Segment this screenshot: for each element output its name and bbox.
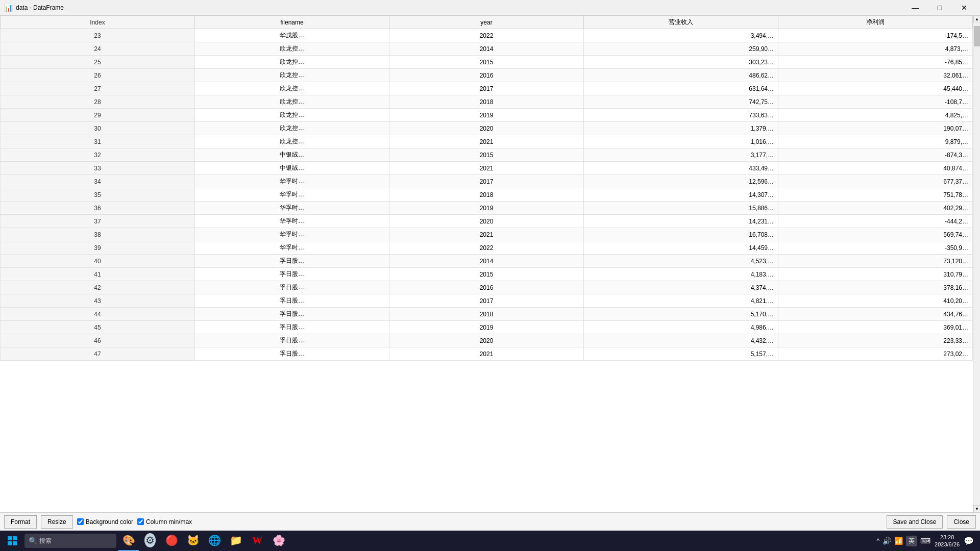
cell-year: 2017 xyxy=(389,175,584,188)
cell-filename: 中银绒… xyxy=(195,148,389,162)
search-input[interactable] xyxy=(39,537,101,544)
cell-filename: 孚日股… xyxy=(195,321,389,334)
cell-year: 2017 xyxy=(389,82,584,95)
table-row: 36 华孚时… 2019 15,886… 402,29… xyxy=(1,202,973,215)
titlebar: 📊 data - DataFrame — □ ✕ xyxy=(0,0,980,15)
cell-year: 2015 xyxy=(389,268,584,281)
scroll-down-arrow[interactable]: ▼ xyxy=(973,505,980,512)
cell-revenue: 4,523,… xyxy=(584,255,778,268)
cell-filename: 华孚时… xyxy=(195,241,389,255)
cell-index: 29 xyxy=(1,109,195,122)
cell-revenue: 4,374,… xyxy=(584,281,778,294)
save-close-button[interactable]: Save and Close xyxy=(887,515,943,529)
cell-index: 35 xyxy=(1,188,195,202)
cell-index: 28 xyxy=(1,95,195,109)
cell-year: 2014 xyxy=(389,255,584,268)
chevron-up-icon[interactable]: ^ xyxy=(876,537,879,544)
taskbar-app-colorpicker[interactable]: 🎨 xyxy=(118,531,139,551)
close-window-button[interactable]: ✕ xyxy=(952,0,976,15)
language-indicator[interactable]: 英 xyxy=(906,536,917,546)
minimize-button[interactable]: — xyxy=(903,0,927,15)
volume-icon[interactable]: 🔊 xyxy=(883,537,891,545)
column-minmax-checkbox[interactable] xyxy=(137,518,144,525)
cell-profit: 378,16… xyxy=(778,281,973,294)
search-bar[interactable]: 🔍 xyxy=(24,534,116,548)
clock-date: 2023/6/26 xyxy=(935,541,960,548)
cell-revenue: 16,708… xyxy=(584,228,778,241)
table-wrapper[interactable]: Index filename year 营业收入 净利润 23 华戊股… 202… xyxy=(0,15,973,512)
cell-index: 42 xyxy=(1,281,195,294)
cell-revenue: 12,596… xyxy=(584,175,778,188)
col-header-profit: 净利润 xyxy=(778,16,973,29)
cell-revenue: 4,183,… xyxy=(584,268,778,281)
format-button[interactable]: Format xyxy=(4,515,37,529)
keyboard-icon[interactable]: ⌨ xyxy=(920,537,930,545)
cell-year: 2022 xyxy=(389,29,584,42)
scroll-up-arrow[interactable]: ▲ xyxy=(973,15,980,22)
cell-revenue: 631,64… xyxy=(584,82,778,95)
table-row: 47 孚日股… 2021 5,157,… 273,02… xyxy=(1,347,973,361)
cell-filename: 华戊股… xyxy=(195,29,389,42)
cell-year: 2020 xyxy=(389,334,584,347)
cell-filename: 欣龙控… xyxy=(195,56,389,69)
taskbar-app-unknown1[interactable]: 🔴 xyxy=(161,531,182,551)
wifi-icon[interactable]: 📶 xyxy=(894,537,903,545)
vertical-scrollbar[interactable]: ▲ ▼ xyxy=(973,15,980,512)
table-row: 40 孚日股… 2014 4,523,… 73,120… xyxy=(1,255,973,268)
taskbar-app-unknown3[interactable]: 🌸 xyxy=(268,531,289,551)
table-row: 35 华孚时… 2018 14,307… 751,78… xyxy=(1,188,973,202)
scroll-thumb[interactable] xyxy=(974,26,980,46)
resize-button[interactable]: Resize xyxy=(41,515,73,529)
notification-icon[interactable]: 💬 xyxy=(964,536,974,546)
taskbar-app-steam[interactable]: ⚙ xyxy=(140,531,160,551)
cell-filename: 欣龙控… xyxy=(195,109,389,122)
cell-index: 24 xyxy=(1,42,195,56)
cell-profit: 751,78… xyxy=(778,188,973,202)
table-row: 30 欣龙控… 2020 1,379,… 190,07… xyxy=(1,122,973,135)
titlebar-controls: — □ ✕ xyxy=(903,0,976,15)
start-button[interactable] xyxy=(2,531,22,551)
cell-filename: 孚日股… xyxy=(195,268,389,281)
table-header-row: Index filename year 营业收入 净利润 xyxy=(1,16,973,29)
col-header-filename: filename xyxy=(195,16,389,29)
maximize-button[interactable]: □ xyxy=(928,0,951,15)
clock[interactable]: 23:28 2023/6/26 xyxy=(935,534,960,548)
cell-profit: -874,3… xyxy=(778,148,973,162)
cell-index: 41 xyxy=(1,268,195,281)
cell-year: 2018 xyxy=(389,308,584,321)
cell-revenue: 4,432,… xyxy=(584,334,778,347)
cell-filename: 中银绒… xyxy=(195,162,389,175)
cell-revenue: 3,494,… xyxy=(584,29,778,42)
cell-filename: 华孚时… xyxy=(195,215,389,228)
close-button[interactable]: Close xyxy=(947,515,976,529)
svg-rect-3 xyxy=(13,541,17,545)
cell-filename: 孚日股… xyxy=(195,255,389,268)
cell-year: 2021 xyxy=(389,347,584,361)
col-header-index: Index xyxy=(1,16,195,29)
cell-profit: 190,07… xyxy=(778,122,973,135)
cell-filename: 华孚时… xyxy=(195,202,389,215)
cell-year: 2015 xyxy=(389,56,584,69)
sys-tray: ^ 🔊 📶 英 ⌨ xyxy=(876,536,930,546)
background-color-checkbox[interactable] xyxy=(77,518,84,525)
cell-revenue: 486,62… xyxy=(584,69,778,82)
table-area: Index filename year 营业收入 净利润 23 华戊股… 202… xyxy=(0,15,980,512)
cell-index: 46 xyxy=(1,334,195,347)
taskbar-app-wps[interactable]: W xyxy=(247,531,267,551)
taskbar-app-unknown2[interactable]: 🐱 xyxy=(183,531,203,551)
cell-revenue: 259,90… xyxy=(584,42,778,56)
background-color-label: Background color xyxy=(86,518,133,525)
column-minmax-checkbox-label[interactable]: Column min/max xyxy=(137,518,192,525)
cell-revenue: 742,75… xyxy=(584,95,778,109)
cell-revenue: 14,459… xyxy=(584,241,778,255)
table-row: 43 孚日股… 2017 4,821,… 410,20… xyxy=(1,294,973,308)
svg-rect-0 xyxy=(8,536,12,540)
taskbar-app-fileexplorer[interactable]: 📁 xyxy=(226,531,246,551)
cell-index: 27 xyxy=(1,82,195,95)
cell-filename: 孚日股… xyxy=(195,334,389,347)
taskbar-app-chrome[interactable]: 🌐 xyxy=(204,531,225,551)
background-color-checkbox-label[interactable]: Background color xyxy=(77,518,133,525)
cell-profit: 40,874… xyxy=(778,162,973,175)
table-row: 37 华孚时… 2020 14,231… -444,2… xyxy=(1,215,973,228)
cell-profit: 273,02… xyxy=(778,347,973,361)
